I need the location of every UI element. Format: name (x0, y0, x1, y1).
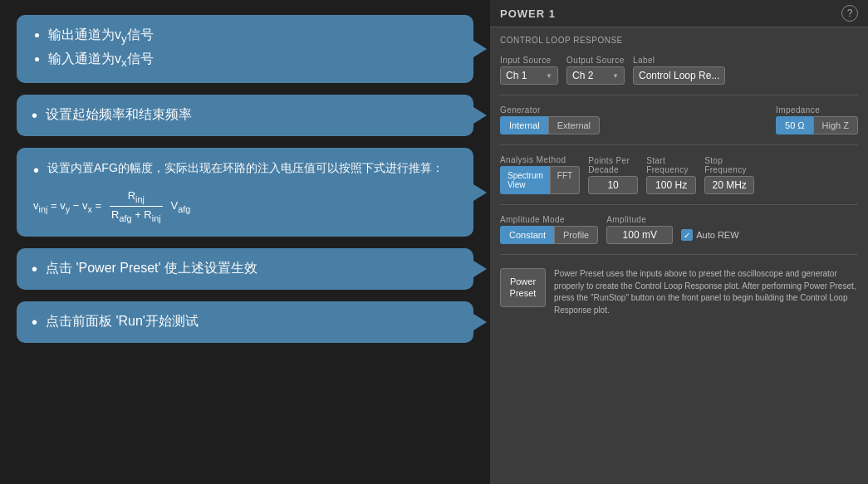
points-decade-label: Points PerDecade (588, 156, 638, 174)
amplitude-mode-label: Amplitude Mode (500, 215, 598, 224)
generator-label: Generator (500, 105, 600, 115)
label-label: Label (633, 56, 725, 65)
bubble-preset: • 点击 'Power Preset' 使上述设置生效 (17, 248, 473, 290)
panel-body: CONTROL LOOP RESPONSE Input Source Ch 1 … (490, 27, 868, 484)
label-value: Control Loop Re... (639, 70, 719, 81)
impedance-group: Impedance 50 Ω High Z (776, 105, 858, 134)
divider-2 (500, 144, 858, 145)
method-buttons: SpectrumView FFT (500, 166, 580, 194)
auto-rew-label: Auto REW (696, 230, 738, 240)
stop-freq-label: StopFrequency (704, 156, 754, 174)
section-label: CONTROL LOOP RESPONSE (500, 36, 858, 45)
amplitude-group: Amplitude 100 mV (606, 215, 673, 244)
source-row: Input Source Ch 1 ▼ Output Source Ch 2 ▼… (500, 56, 858, 85)
run-text: 点击前面板 'Run'开始测试 (46, 311, 199, 331)
generator-internal-button[interactable]: Internal (500, 116, 548, 134)
impedance-label: Impedance (776, 105, 858, 115)
input-source-dropdown[interactable]: Ch 1 ▼ (500, 66, 558, 85)
amplitude-input[interactable]: 100 mV (606, 226, 673, 244)
impedance-50-button[interactable]: 50 Ω (776, 116, 813, 134)
channel-input-text: 输入通道为vx信号 (48, 49, 459, 71)
panel-titlebar: POWER 1 ? (490, 0, 868, 27)
bubble-channels: 输出通道为vy信号 输入通道为vx信号 (17, 15, 473, 83)
divider-4 (500, 254, 858, 255)
generator-group: Generator Internal External (500, 105, 600, 134)
bullet-dot: • (32, 105, 37, 126)
input-source-value: Ch 1 (506, 70, 527, 81)
amplitude-label: Amplitude (606, 215, 673, 224)
bubble-frequency: • 设置起始频率和结束频率 (17, 95, 473, 136)
output-source-value: Ch 2 (572, 70, 593, 81)
label-input[interactable]: Control Loop Re... (633, 66, 725, 85)
output-source-group: Output Source Ch 2 ▼ (566, 56, 625, 85)
amplitude-mode-group: Amplitude Mode Constant Profile (500, 215, 598, 244)
generator-external-button[interactable]: External (548, 116, 600, 134)
left-panel: 输出通道为vy信号 输入通道为vx信号 • 设置起始频率和结束频率 • 设置内置… (0, 0, 490, 484)
panel-title: POWER 1 (500, 7, 556, 20)
amplitude-mode-buttons: Constant Profile (500, 226, 598, 244)
bullet-dot-2: • (33, 159, 39, 181)
right-panel: POWER 1 ? CONTROL LOOP RESPONSE Input So… (490, 0, 868, 484)
label-group: Label Control Loop Re... (633, 56, 725, 85)
bubble-math: • 设置内置AFG的幅度，实际出现在环路的注入电压值可以按照下式进行推算： vi… (17, 148, 473, 237)
input-source-group: Input Source Ch 1 ▼ (500, 56, 558, 85)
bullet-dot-3: • (32, 258, 37, 280)
bullet-dot-4: • (32, 311, 37, 333)
analysis-row: Analysis Method SpectrumView FFT Points … (500, 155, 858, 194)
start-freq-group: StartFrequency 100 Hz (646, 156, 696, 194)
input-source-label: Input Source (500, 56, 558, 65)
generator-impedance-row: Generator Internal External Impedance 50… (500, 105, 858, 134)
bubble-run: • 点击前面板 'Run'开始测试 (17, 301, 473, 343)
divider-3 (500, 204, 858, 205)
impedance-highz-button[interactable]: High Z (813, 116, 858, 134)
analysis-method-label: Analysis Method (500, 155, 580, 164)
checkbox-icon: ✓ (681, 229, 693, 241)
preset-section: PowerPreset Power Preset uses the inputs… (500, 268, 858, 316)
points-decade-input[interactable]: 10 (588, 176, 638, 194)
auto-rew-checkbox[interactable]: ✓ Auto REW (681, 229, 738, 244)
mode-constant-button[interactable]: Constant (500, 226, 554, 244)
preset-description: Power Preset uses the inputs above to pr… (554, 268, 858, 316)
analysis-method-group: Analysis Method SpectrumView FFT (500, 155, 580, 194)
method-fft-button[interactable]: FFT (550, 166, 580, 194)
output-source-label: Output Source (566, 56, 625, 65)
divider-1 (500, 95, 858, 95)
preset-text: 点击 'Power Preset' 使上述设置生效 (46, 258, 257, 278)
channel-output-text: 输出通道为vy信号 (48, 25, 459, 47)
start-freq-label: StartFrequency (646, 156, 696, 174)
output-source-dropdown[interactable]: Ch 2 ▼ (566, 66, 625, 85)
dropdown-arrow: ▼ (546, 72, 552, 80)
math-formula: vinj = vy − vx = Rinj Rafg + Rinj Vafg (33, 188, 457, 225)
generator-buttons: Internal External (500, 116, 600, 134)
points-decade-group: Points PerDecade 10 (588, 156, 638, 194)
power-preset-button[interactable]: PowerPreset (500, 268, 546, 307)
method-spectrum-button[interactable]: SpectrumView (500, 166, 550, 194)
mode-profile-button[interactable]: Profile (554, 226, 598, 244)
stop-freq-group: StopFrequency 20 MHz (704, 156, 754, 194)
start-freq-input[interactable]: 100 Hz (646, 176, 696, 194)
help-button[interactable]: ? (841, 5, 858, 22)
frequency-text: 设置起始频率和结束频率 (46, 105, 192, 125)
math-description: 设置内置AFG的幅度，实际出现在环路的注入电压值可以按照下式进行推算： (47, 159, 444, 177)
amplitude-row: Amplitude Mode Constant Profile Amplitud… (500, 215, 858, 244)
dropdown-arrow-2: ▼ (612, 72, 619, 80)
impedance-buttons: 50 Ω High Z (776, 116, 858, 134)
stop-freq-input[interactable]: 20 MHz (704, 176, 754, 194)
